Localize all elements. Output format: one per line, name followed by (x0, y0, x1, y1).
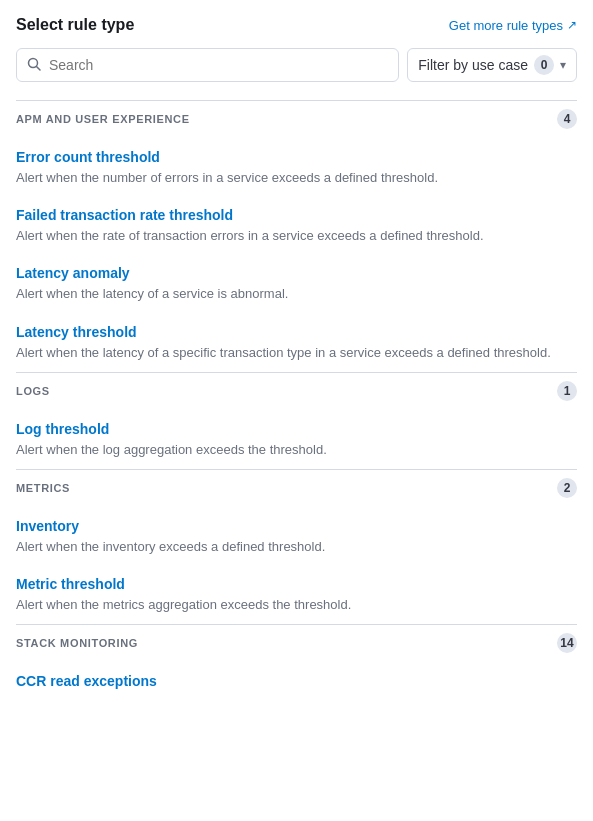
page-title: Select rule type (16, 16, 134, 34)
rule-desc-metric-threshold: Alert when the metrics aggregation excee… (16, 596, 577, 614)
section-header-metrics: METRICS2 (16, 469, 577, 504)
sections-container: APM AND USER EXPERIENCE4Error count thre… (16, 100, 577, 703)
section-logs: LOGS1Log thresholdAlert when the log agg… (16, 372, 577, 469)
section-stack-monitoring: STACK MONITORING14CCR read exceptions (16, 624, 577, 703)
rule-item-log-threshold[interactable]: Log thresholdAlert when the log aggregat… (16, 411, 577, 469)
filter-count-badge: 0 (534, 55, 554, 75)
rule-desc-error-count: Alert when the number of errors in a ser… (16, 169, 577, 187)
section-count-metrics: 2 (557, 478, 577, 498)
rule-title-latency-anomaly: Latency anomaly (16, 265, 577, 281)
external-link-icon: ↗ (567, 18, 577, 32)
search-icon (27, 57, 41, 74)
search-box (16, 48, 399, 82)
rule-item-error-count[interactable]: Error count thresholdAlert when the numb… (16, 139, 577, 197)
section-title-metrics: METRICS (16, 482, 70, 494)
filter-by-use-case-button[interactable]: Filter by use case 0 ▾ (407, 48, 577, 82)
rule-item-latency-threshold[interactable]: Latency thresholdAlert when the latency … (16, 314, 577, 372)
section-count-stack-monitoring: 14 (557, 633, 577, 653)
rule-title-error-count: Error count threshold (16, 149, 577, 165)
section-header-apm: APM AND USER EXPERIENCE4 (16, 100, 577, 135)
section-metrics: METRICS2InventoryAlert when the inventor… (16, 469, 577, 624)
section-title-apm: APM AND USER EXPERIENCE (16, 113, 190, 125)
chevron-down-icon: ▾ (560, 58, 566, 72)
rule-title-failed-transaction: Failed transaction rate threshold (16, 207, 577, 223)
rule-item-metric-threshold[interactable]: Metric thresholdAlert when the metrics a… (16, 566, 577, 624)
search-input[interactable] (49, 57, 388, 73)
rule-item-failed-transaction[interactable]: Failed transaction rate thresholdAlert w… (16, 197, 577, 255)
section-apm: APM AND USER EXPERIENCE4Error count thre… (16, 100, 577, 372)
rule-desc-inventory: Alert when the inventory exceeds a defin… (16, 538, 577, 556)
rule-title-ccr-read-exceptions: CCR read exceptions (16, 673, 577, 689)
svg-line-1 (37, 66, 41, 70)
rule-desc-latency-threshold: Alert when the latency of a specific tra… (16, 344, 577, 362)
rule-title-latency-threshold: Latency threshold (16, 324, 577, 340)
get-more-link-label: Get more rule types (449, 18, 563, 33)
section-count-apm: 4 (557, 109, 577, 129)
rule-item-latency-anomaly[interactable]: Latency anomalyAlert when the latency of… (16, 255, 577, 313)
search-filter-row: Filter by use case 0 ▾ (16, 48, 577, 82)
rule-desc-latency-anomaly: Alert when the latency of a service is a… (16, 285, 577, 303)
section-count-logs: 1 (557, 381, 577, 401)
rule-desc-failed-transaction: Alert when the rate of transaction error… (16, 227, 577, 245)
section-header-logs: LOGS1 (16, 372, 577, 407)
rule-title-inventory: Inventory (16, 518, 577, 534)
rule-title-metric-threshold: Metric threshold (16, 576, 577, 592)
section-title-stack-monitoring: STACK MONITORING (16, 637, 138, 649)
filter-label: Filter by use case (418, 57, 528, 73)
rule-title-log-threshold: Log threshold (16, 421, 577, 437)
rule-item-inventory[interactable]: InventoryAlert when the inventory exceed… (16, 508, 577, 566)
section-title-logs: LOGS (16, 385, 50, 397)
rule-item-ccr-read-exceptions[interactable]: CCR read exceptions (16, 663, 577, 703)
rule-desc-log-threshold: Alert when the log aggregation exceeds t… (16, 441, 577, 459)
section-header-stack-monitoring: STACK MONITORING14 (16, 624, 577, 659)
get-more-rule-types-link[interactable]: Get more rule types ↗ (449, 18, 577, 33)
